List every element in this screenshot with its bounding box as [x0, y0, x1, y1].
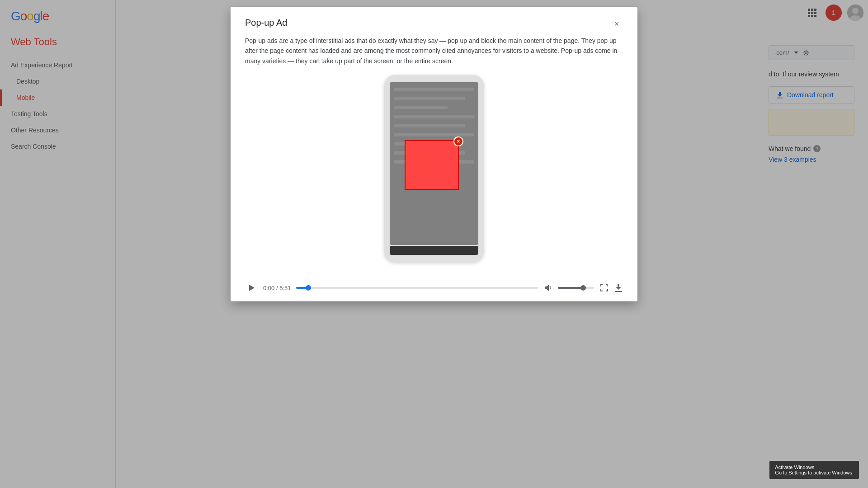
volume-icon: [543, 283, 552, 292]
activate-windows-subtitle: Go to Settings to activate Windows.: [775, 470, 854, 475]
volume-button[interactable]: [543, 283, 552, 292]
fullscreen-icon: [599, 283, 609, 292]
phone-screen: ×: [390, 82, 478, 245]
play-icon: [247, 283, 256, 292]
popup-ad-close-button[interactable]: ×: [453, 136, 463, 146]
video-controls: 0:00 / 5:51: [231, 274, 637, 301]
popup-ad-overlay: ×: [390, 82, 478, 245]
modal-dialog: Pop-up Ad × Pop-up ads are a type of int…: [231, 7, 637, 301]
modal-description: Pop-up ads are a type of interstitial ad…: [245, 36, 623, 66]
popup-ad-inner: [405, 140, 459, 190]
progress-thumb: [306, 285, 311, 291]
time-display: 0:00 / 5:51: [263, 285, 291, 291]
progress-fill: [296, 287, 308, 289]
phone-mockup: ×: [384, 75, 484, 262]
modal-close-button[interactable]: ×: [610, 18, 623, 30]
modal-header: Pop-up Ad ×: [231, 7, 637, 36]
modal-body: Pop-up ads are a type of interstitial ad…: [231, 36, 637, 274]
svg-marker-13: [249, 285, 255, 291]
svg-marker-14: [545, 285, 549, 291]
volume-thumb: [580, 285, 586, 291]
volume-bar[interactable]: [558, 287, 594, 289]
download-video-button[interactable]: [614, 283, 623, 292]
phone-container: ×: [245, 75, 623, 262]
video-progress-bar[interactable]: [296, 287, 538, 289]
fullscreen-button[interactable]: [599, 283, 609, 292]
activate-windows-title: Activate Windows: [775, 465, 854, 470]
popup-ad-box: ×: [405, 136, 463, 191]
download-video-icon: [614, 283, 623, 292]
activate-windows-notice: Activate Windows Go to Settings to activ…: [769, 461, 859, 479]
modal-overlay: Pop-up Ad × Pop-up ads are a type of int…: [0, 0, 868, 488]
volume-fill: [558, 287, 583, 289]
modal-title: Pop-up Ad: [245, 18, 287, 28]
play-button[interactable]: [245, 282, 258, 294]
phone-bottom-bar: [390, 246, 478, 255]
